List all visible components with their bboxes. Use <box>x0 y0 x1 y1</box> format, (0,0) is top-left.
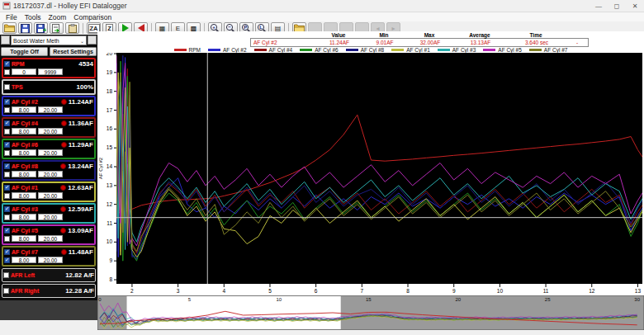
channel-af-cyl-6-min-input[interactable] <box>12 149 36 156</box>
legend-item: AF Cyl #6 <box>300 47 339 53</box>
channel-af-cyl-2-max-input[interactable] <box>38 106 63 113</box>
channel-af-cyl-4: AF Cyl #411.36AF <box>2 117 96 138</box>
svg-text:25: 25 <box>545 297 551 302</box>
channel-af-cyl-7-scale-checkbox[interactable] <box>4 257 10 263</box>
channel-af-cyl-6-scale-checkbox[interactable] <box>4 150 10 156</box>
channel-afr-right-checkbox[interactable] <box>3 288 9 294</box>
channel-value: 13.24AF <box>68 163 93 170</box>
export-button[interactable] <box>50 22 64 34</box>
channel-af-cyl-1-scale-checkbox[interactable] <box>4 193 10 199</box>
channel-label: AF Cyl #8 <box>12 163 38 169</box>
channel-rpm-checkbox[interactable] <box>4 61 10 67</box>
status-led-icon <box>60 228 66 234</box>
header-min: Min <box>362 32 405 38</box>
channel-af-cyl-2-min-input[interactable] <box>12 106 36 113</box>
channel-label: AF Cyl #3 <box>12 206 38 212</box>
legend-swatch <box>174 49 187 51</box>
channel-afr-left: AFR Left12.82 A/F <box>2 268 96 282</box>
open-log-button[interactable] <box>2 22 17 34</box>
channel-af-cyl-7-max-input[interactable] <box>38 257 63 263</box>
channel-af-cyl-2-checkbox[interactable] <box>4 99 10 105</box>
menu-file[interactable]: File <box>2 13 21 21</box>
svg-text:15: 15 <box>366 297 372 302</box>
svg-text:10: 10 <box>497 288 504 294</box>
channel-af-cyl-6-max-input[interactable] <box>38 149 63 156</box>
toggle-off-button[interactable]: Toggle Off <box>1 47 48 56</box>
legend-swatch <box>438 49 450 51</box>
channel-rpm-min-input[interactable] <box>12 68 36 75</box>
svg-text:12: 12 <box>107 201 113 207</box>
channel-af-cyl-8-checkbox[interactable] <box>4 163 10 169</box>
overview-selection[interactable] <box>127 296 341 329</box>
channel-value: 12.59AF <box>68 205 93 213</box>
channel-af-cyl-3-max-input[interactable] <box>38 214 63 220</box>
channel-afr-left-checkbox[interactable] <box>3 272 9 278</box>
channel-af-cyl-3-min-input[interactable] <box>12 214 36 220</box>
menu-comparison[interactable]: Comparison <box>70 13 115 21</box>
svg-text:17: 17 <box>107 107 113 113</box>
svg-text:18: 18 <box>107 88 113 94</box>
legend-item: AF Cyl #3 <box>438 47 476 53</box>
maximize-button[interactable]: ◻ <box>608 2 626 10</box>
notes-button[interactable] <box>65 22 79 34</box>
close-button[interactable]: ✕ <box>626 2 644 10</box>
status-led-icon <box>60 163 66 169</box>
readout-row: AF Cyl #2 11.24AF 9.01AF 32.00AF 13.13AF… <box>250 38 589 47</box>
menu-tools[interactable]: Tools <box>21 13 45 21</box>
channel-value: 12.63AF <box>68 184 93 191</box>
status-led-icon <box>61 99 67 105</box>
channel-rpm-scale-checkbox[interactable] <box>4 69 10 75</box>
svg-text:−: − <box>228 25 231 30</box>
channel-af-cyl-5-min-input[interactable] <box>12 235 36 242</box>
channel-tps-checkbox[interactable] <box>4 84 10 90</box>
channel-af-cyl-7-min-input[interactable] <box>12 257 36 263</box>
svg-text:7: 7 <box>361 288 364 294</box>
readout-min: 9.01AF <box>363 40 406 45</box>
save-as-button[interactable]: + <box>34 22 48 34</box>
legend-swatch <box>300 49 312 51</box>
menu-zoom[interactable]: Zoom <box>45 13 70 21</box>
channel-af-cyl-4-checkbox[interactable] <box>4 120 10 126</box>
channel-af-cyl-4-min-input[interactable] <box>12 128 36 134</box>
svg-text:8: 8 <box>109 276 112 282</box>
channel-af-cyl-8-max-input[interactable] <box>38 171 63 177</box>
channel-af-cyl-3-scale-checkbox[interactable] <box>4 215 10 220</box>
channel-af-cyl-2-scale-checkbox[interactable] <box>4 107 10 113</box>
channel-sidebar: Boost Water Meth ⌄ Toggle Off Reset Sett… <box>0 35 97 320</box>
svg-text:+: + <box>43 26 46 33</box>
status-led-icon <box>61 142 67 148</box>
readout-headers: Value Min Max Average Time <box>250 32 589 38</box>
reset-settings-button[interactable]: Reset Settings <box>50 47 97 56</box>
save-button[interactable] <box>18 22 32 34</box>
channel-af-cyl-4-max-input[interactable] <box>38 128 63 134</box>
channel-af-cyl-8-min-input[interactable] <box>12 171 36 177</box>
minimize-button[interactable]: — <box>590 2 608 10</box>
channel-af-cyl-1-checkbox[interactable] <box>4 185 10 191</box>
preset-dropdown[interactable]: Boost Water Meth ⌄ <box>11 35 87 45</box>
preset-next-button[interactable] <box>88 35 97 45</box>
channel-label: AF Cyl #4 <box>12 120 38 126</box>
overview-strip[interactable]: 051015202530 <box>97 295 644 330</box>
channel-af-cyl-4-scale-checkbox[interactable] <box>4 129 10 134</box>
svg-text:L: L <box>259 25 263 30</box>
channel-af-cyl-1-max-input[interactable] <box>38 192 63 199</box>
channel-af-cyl-5-checkbox[interactable] <box>4 228 10 234</box>
header-value: Value <box>315 32 362 38</box>
channel-af-cyl-3-checkbox[interactable] <box>4 206 10 212</box>
readout-time: 3.640 sec <box>507 40 566 45</box>
channel-af-cyl-5-scale-checkbox[interactable] <box>4 236 10 242</box>
main-chart[interactable]: 8910111213141516171819202345678910111213… <box>97 53 644 295</box>
channel-label: AF Cyl #1 <box>12 185 38 191</box>
legend-label: AF Cyl #5 <box>498 47 522 53</box>
channel-af-cyl-6-checkbox[interactable] <box>4 142 10 148</box>
svg-text:14: 14 <box>107 163 113 169</box>
legend-swatch <box>391 49 404 51</box>
channel-af-cyl-3: AF Cyl #312.59AF <box>2 203 96 224</box>
channel-af-cyl-5-max-input[interactable] <box>38 235 63 242</box>
channel-af-cyl-8-scale-checkbox[interactable] <box>4 172 10 177</box>
header-max: Max <box>405 32 453 38</box>
channel-rpm-max-input[interactable] <box>38 68 63 75</box>
channel-af-cyl-1-min-input[interactable] <box>12 192 36 199</box>
channel-af-cyl-7-checkbox[interactable] <box>4 249 10 255</box>
preset-prev-button[interactable] <box>1 35 10 45</box>
